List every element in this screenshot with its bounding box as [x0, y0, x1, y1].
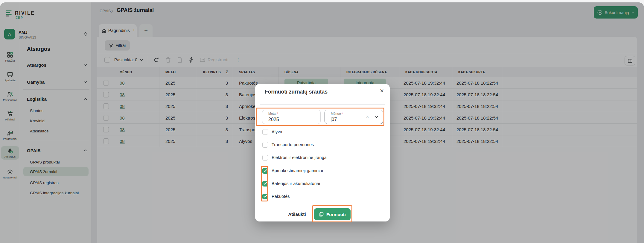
menuo-value[interactable]: 07 — [331, 117, 337, 122]
menuo-label: Mėnuo — [331, 112, 341, 115]
screen: Pradžia Apskaita Personalas Pirkimai — [0, 0, 644, 243]
menuo-field[interactable]: Mėnuo* 07 × — [325, 110, 383, 124]
submit-button[interactable]: Formuoti — [314, 208, 351, 220]
checkbox-checked[interactable] — [262, 168, 268, 174]
checkbox-unchecked[interactable] — [262, 142, 268, 148]
checkbox-label: Apmokestinamieji gaminiai — [272, 168, 323, 173]
checkbox-label: Alyva — [272, 129, 282, 134]
close-icon[interactable]: × — [380, 87, 384, 95]
metai-field[interactable]: Metai* 2025 — [262, 110, 321, 124]
checkbox-checked[interactable] — [262, 194, 268, 199]
required-mark: * — [342, 112, 343, 115]
app-window: Pradžia Apskaita Personalas Pirkimai — [0, 2, 644, 243]
checkbox-unchecked[interactable] — [262, 129, 268, 135]
checkbox-row-pakuotes[interactable]: Pakuotės — [262, 193, 290, 199]
checkbox-label: Baterijos ir akumuliatoriai — [272, 181, 320, 186]
checkbox-row-baterijos[interactable]: Baterijos ir akumuliatoriai — [262, 181, 320, 187]
clear-icon[interactable]: × — [366, 114, 369, 120]
chevron-down-icon[interactable] — [374, 116, 378, 118]
metai-value[interactable]: 2025 — [268, 117, 279, 122]
menuo-text: 07 — [332, 117, 337, 122]
modal-title: Formuoti žurnalų srautas — [265, 89, 328, 95]
checkbox-checked[interactable] — [262, 181, 268, 187]
checkbox-row-alyva[interactable]: Alyva — [262, 129, 282, 135]
required-mark: * — [277, 112, 278, 115]
checkbox-row-transporto[interactable]: Transporto priemonės — [262, 142, 314, 148]
checkbox-label: Transporto priemonės — [272, 142, 314, 147]
checkbox-label: Elektros ir elektroninė įranga — [272, 155, 327, 160]
form-journal-modal: Formuoti žurnalų srautas × Metai* 2025 M… — [255, 84, 390, 221]
divider — [260, 104, 385, 105]
cancel-button[interactable]: Atšaukti — [285, 212, 309, 217]
checkbox-row-elektros[interactable]: Elektros ir elektroninė įranga — [262, 155, 327, 161]
checkbox-unchecked[interactable] — [262, 155, 268, 161]
text-cursor — [331, 117, 331, 122]
checkbox-row-apmokestinamieji[interactable]: Apmokestinamieji gaminiai — [262, 168, 323, 174]
submit-label: Formuoti — [326, 212, 346, 217]
metai-label: Metai — [268, 112, 276, 115]
copy-icon — [319, 212, 324, 217]
checkbox-label: Pakuotės — [272, 194, 290, 199]
